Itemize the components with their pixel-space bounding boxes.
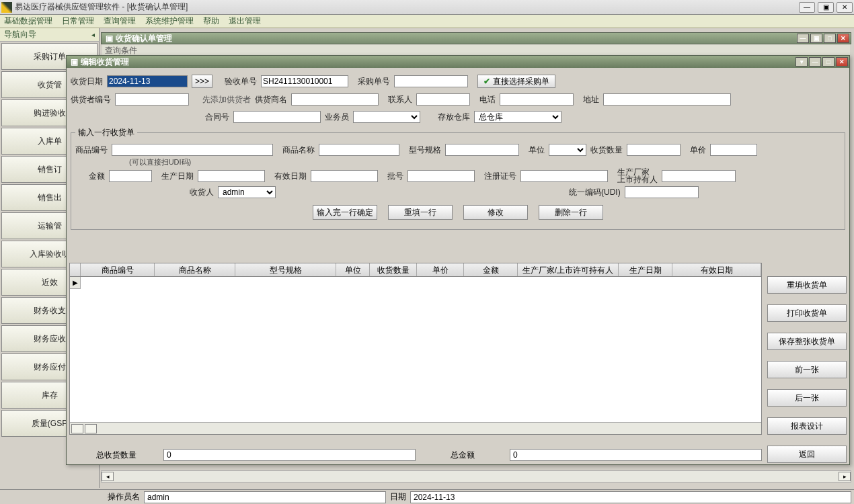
price-label: 单价: [690, 144, 706, 156]
purchase-no-label: 采购单号: [358, 76, 390, 87]
qty-input[interactable]: [627, 144, 681, 156]
bg-close-button[interactable]: ✕: [837, 34, 849, 43]
accept-no-label: 验收单号: [225, 76, 257, 87]
supplier-code-label: 供货者编号: [71, 94, 111, 106]
delete-line-button[interactable]: 删除一行: [539, 205, 603, 220]
main-titlebar: 易达医疗器械供应链管理软件 - [收货确认单管理] — ▣ ✕: [0, 0, 854, 15]
product-name-label: 商品名称: [282, 144, 315, 156]
restore-button[interactable]: ▣: [818, 2, 834, 13]
menu-basic-data[interactable]: 基础数据管理: [4, 15, 52, 27]
main-hscroll[interactable]: ◂ ▸: [101, 470, 851, 482]
bg-maximize-button[interactable]: □: [824, 34, 836, 43]
direct-select-purchase-button[interactable]: ✔直接选择采购单: [477, 75, 555, 88]
product-code-input[interactable]: [112, 144, 273, 156]
bg-inner-title: 收货确认单管理: [116, 33, 172, 44]
nav-collapse-icon[interactable]: ◂: [91, 31, 95, 38]
phone-input[interactable]: [500, 93, 574, 106]
return-button[interactable]: 返回: [767, 446, 847, 463]
col-amount[interactable]: 金额: [464, 263, 518, 276]
holder-label: 上市持有人: [617, 176, 658, 183]
total-amount-label: 总金额: [416, 450, 510, 461]
confirm-line-button[interactable]: 输入完一行确定: [313, 205, 377, 220]
valid-date-input[interactable]: [311, 170, 378, 182]
close-button[interactable]: ✕: [837, 2, 853, 13]
col-valid-date[interactable]: 有效日期: [672, 263, 761, 276]
save-receipt-button[interactable]: 保存整张收货单: [767, 333, 847, 350]
bg-restore-button[interactable]: ▣: [810, 34, 822, 43]
col-unit[interactable]: 单位: [336, 263, 370, 276]
spec-input[interactable]: [445, 144, 519, 156]
contact-input[interactable]: [416, 93, 470, 106]
hscroll-left-icon[interactable]: ◂: [102, 472, 114, 481]
menu-daily[interactable]: 日常管理: [62, 15, 94, 27]
total-qty-value: 0: [163, 449, 416, 461]
menu-maintain[interactable]: 系统维护管理: [145, 15, 194, 27]
address-input[interactable]: [603, 93, 731, 106]
dlg-close-button[interactable]: ✕: [836, 57, 848, 67]
minimize-button[interactable]: —: [799, 2, 815, 13]
col-spec[interactable]: 型号规格: [235, 263, 336, 276]
unit-label: 单位: [529, 144, 545, 156]
col-manufacturer[interactable]: 生产厂家/上市许可持有人: [518, 263, 619, 276]
col-product-name[interactable]: 商品名称: [155, 263, 235, 276]
price-input[interactable]: [710, 144, 757, 156]
col-price[interactable]: 单价: [417, 263, 464, 276]
line-entry-groupbox: 输入一行收货单 商品编号 商品名称 型号规格 单位 收货数量 单价 (可以直接扫…: [71, 127, 845, 230]
manufacturer-input[interactable]: [662, 170, 736, 182]
warehouse-select[interactable]: 总仓库: [474, 111, 561, 123]
col-prod-date[interactable]: 生产日期: [619, 263, 672, 276]
col-product-code[interactable]: 商品编号: [81, 263, 155, 276]
salesman-select[interactable]: [353, 111, 420, 123]
date-next-button[interactable]: >>>: [192, 75, 212, 88]
batch-input[interactable]: [407, 170, 475, 182]
udi-label: 统一编码(UDI): [569, 187, 621, 198]
totals-bar: 总收货数量 0 总金额 0: [69, 448, 762, 462]
menu-exit[interactable]: 退出管理: [229, 15, 261, 27]
product-name-input[interactable]: [319, 144, 399, 156]
check-icon: ✔: [483, 77, 490, 86]
menu-query[interactable]: 查询管理: [104, 15, 136, 27]
hscroll-right-icon[interactable]: ▸: [839, 472, 851, 481]
next-receipt-button[interactable]: 后一张: [767, 389, 847, 407]
udi-input[interactable]: [625, 186, 699, 198]
supplier-code-input[interactable]: [115, 93, 189, 106]
prev-receipt-button[interactable]: 前一张: [767, 361, 847, 378]
accept-no-input[interactable]: [261, 75, 348, 87]
receiver-select[interactable]: admin: [218, 186, 276, 198]
col-qty[interactable]: 收货数量: [370, 263, 417, 276]
total-amount-value: 0: [510, 449, 762, 461]
grid-row-indicator: ▶: [70, 277, 81, 289]
dlg-minimize-button[interactable]: —: [809, 57, 821, 67]
dlg-maximize-button[interactable]: □: [822, 57, 834, 67]
grid-hscroll-left[interactable]: [71, 424, 83, 433]
bg-minimize-button[interactable]: —: [797, 34, 809, 43]
add-supplier-hint: 先添加供货者: [202, 94, 251, 106]
refill-line-button[interactable]: 重填一行: [388, 205, 453, 220]
grid-hscroll-thumb[interactable]: [85, 424, 97, 433]
report-design-button[interactable]: 报表设计: [767, 417, 847, 435]
receive-date-input[interactable]: [107, 75, 188, 87]
contact-label: 联系人: [388, 94, 412, 106]
grid-hscroll[interactable]: [70, 422, 761, 434]
dlg-dropdown-button[interactable]: ▾: [795, 57, 808, 67]
unit-select[interactable]: [549, 144, 586, 156]
dialog-title-icon: ▣: [71, 57, 78, 67]
modify-button[interactable]: 修改: [463, 205, 528, 220]
nav-header-label: 导航向导: [4, 29, 36, 40]
status-operator-label: 操作员名: [108, 491, 140, 503]
supplier-name-label: 供货商名: [255, 94, 287, 106]
prod-date-label: 生产日期: [161, 171, 194, 182]
line-entry-legend: 输入一行收货单: [75, 127, 137, 138]
supplier-name-input[interactable]: [291, 93, 379, 106]
spec-label: 型号规格: [409, 144, 441, 156]
prod-date-input[interactable]: [198, 170, 265, 182]
print-receipt-button[interactable]: 打印收货单: [767, 304, 847, 322]
amount-input[interactable]: [109, 170, 152, 182]
reg-no-input[interactable]: [520, 170, 608, 182]
menu-help[interactable]: 帮助: [203, 15, 219, 27]
salesman-label: 业务员: [325, 112, 349, 123]
refill-receipt-button[interactable]: 重填收货单: [767, 276, 847, 294]
contract-no-input[interactable]: [233, 111, 321, 123]
receive-grid[interactable]: 商品编号 商品名称 型号规格 单位 收货数量 单价 金额 生产厂家/上市许可持有…: [69, 263, 762, 435]
purchase-no-input[interactable]: [394, 75, 468, 87]
